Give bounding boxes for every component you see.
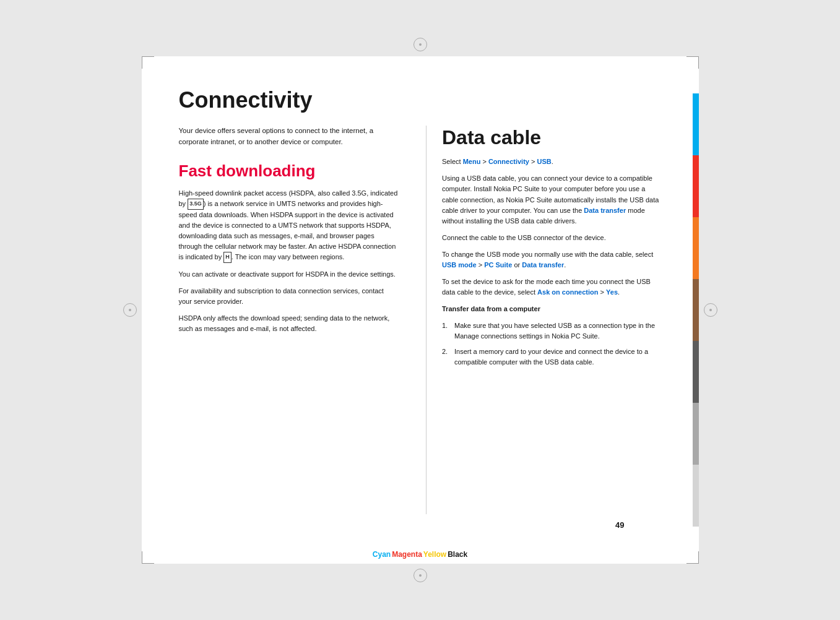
35g-icon: 3.5G [188,199,204,210]
p1-cont: ) is a network service in UMTS networks … [179,200,396,260]
transfer-steps: 1. Make sure that you have selected USB … [442,321,662,368]
bottom-color-marks: Cyan Magenta Yellow Black [373,550,467,559]
color-segment-medium-gray [693,403,699,465]
page-number-area: 49 [179,514,662,539]
reg-circle-left [123,303,137,317]
ask-on-link: Ask on connection [537,288,598,296]
select-pre: Select [442,158,463,165]
data-cable-p2: Connect the cable to the USB connector o… [442,233,662,243]
step-2: 2. Insert a memory card to your device a… [442,347,662,368]
intro-text: Your device offers several options to co… [179,126,399,148]
gt2: > [529,158,537,165]
right-column: Data cable Select Menu > Connectivity > … [426,126,662,514]
gt4: > [599,288,607,296]
select-line: Select Menu > Connectivity > USB. [442,157,662,167]
corner-mark-br [686,551,699,564]
yellow-mark: Yellow [423,550,446,559]
page-title: Connectivity [179,87,662,113]
color-segment-cyan [693,93,699,155]
transfer-heading: Transfer data from a computer [442,304,662,314]
color-segment-light-gray [693,465,699,527]
data-cable-p3: To change the USB mode you normally use … [442,249,662,270]
two-column-layout: Your device offers several options to co… [179,126,662,514]
cyan-mark: Cyan [373,550,391,559]
color-segment-orange [693,217,699,279]
page-content: Connectivity Your device offers several … [142,56,699,564]
data-transfer-link: Data transfer [584,207,626,214]
connectivity-link: Connectivity [488,158,529,165]
or-text: or [512,261,522,269]
color-bar [693,93,699,527]
step-1-text: Make sure that you have selected USB as … [454,321,662,342]
hsdpa-icon: H [223,252,232,263]
reg-circle-top [414,38,427,51]
usb-link: USB [537,158,551,165]
menu-link: Menu [463,158,481,165]
fast-downloading-p2: You can activate or deactivate support f… [179,269,399,280]
color-segment-dark-gray [693,341,699,403]
book-page: Connectivity Your device offers several … [142,56,699,564]
left-column: Your device offers several options to co… [179,126,408,514]
gt1: > [480,158,488,165]
step-2-num: 2. [442,347,451,368]
data-cable-heading: Data cable [442,126,662,149]
step-1-num: 1. [442,321,451,342]
fast-downloading-p3: For availability and subscription to dat… [179,286,399,307]
reg-circle-right [704,303,717,317]
p4-end: . [618,288,620,296]
corner-mark-tr [686,56,699,69]
reg-circle-bottom [414,569,427,582]
yes-link: Yes [606,288,618,296]
p1-end: . The icon may vary between regions. [232,253,345,260]
p3-pre: To change the USB mode you normally use … [442,251,653,258]
color-segment-red [693,155,699,217]
usb-mode-link: USB mode [442,261,477,269]
page-number: 49 [615,520,624,530]
fast-downloading-p1: High-speed downlink packet access (HSDPA… [179,188,399,263]
select-end: . [552,158,553,165]
color-segment-brown [693,279,699,341]
corner-mark-tl [142,56,154,69]
p3-end: . [564,261,566,269]
data-transfer2-link: Data transfer [522,261,564,269]
fast-downloading-heading: Fast downloading [179,161,399,181]
page-container: Connectivity Your device offers several … [0,0,840,620]
data-cable-p1: Using a USB data cable, you can connect … [442,173,662,226]
gt3: > [477,261,485,269]
data-cable-p4: To set the device to ask for the mode ea… [442,277,662,298]
step-1: 1. Make sure that you have selected USB … [442,321,662,342]
pc-suite-link: PC Suite [484,261,512,269]
magenta-mark: Magenta [392,550,422,559]
fast-downloading-p4: HSDPA only affects the download speed; s… [179,313,399,334]
black-mark: Black [448,550,467,559]
corner-mark-bl [142,551,154,564]
step-2-text: Insert a memory card to your device and … [454,347,662,368]
